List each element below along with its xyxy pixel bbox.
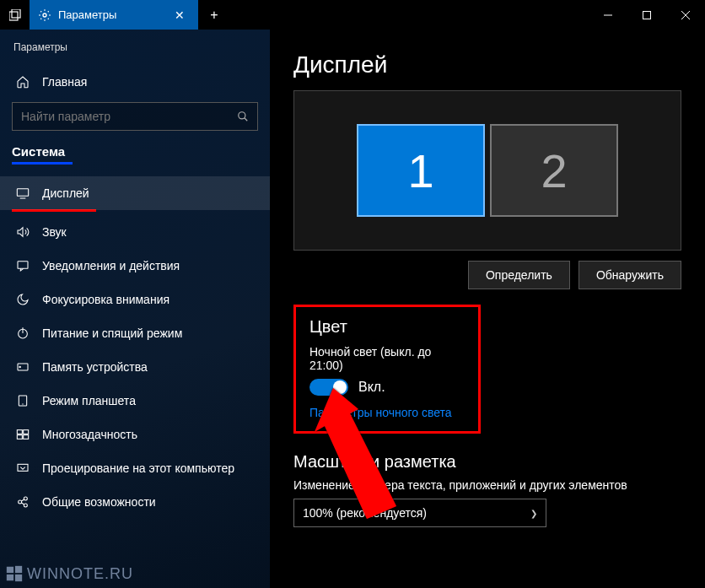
monitor-1[interactable]: 1 (357, 124, 485, 217)
night-light-toggle[interactable] (309, 379, 348, 396)
gear-icon (38, 8, 51, 22)
scale-heading: Масштаб и разметка (293, 452, 681, 472)
nav-label: Питание и спящий режим (42, 326, 182, 340)
search-input[interactable] (12, 102, 258, 131)
discover-button[interactable]: Обнаружить (579, 261, 681, 289)
maximize-button[interactable] (627, 0, 666, 30)
svg-rect-31 (7, 575, 13, 580)
svg-rect-0 (9, 12, 18, 20)
monitor-2[interactable]: 2 (490, 124, 618, 217)
svg-rect-1 (12, 9, 20, 18)
nav-sound[interactable]: Звук (0, 215, 270, 249)
page-title: Дисплей (293, 51, 681, 78)
storage-icon (15, 360, 30, 374)
identify-button[interactable]: Определить (468, 261, 570, 289)
close-window-button[interactable] (666, 0, 705, 30)
svg-point-2 (43, 13, 46, 17)
nav-label: Память устройства (42, 360, 148, 374)
night-light-label: Ночной свет (выкл. до 21:00) (309, 345, 465, 372)
svg-line-27 (21, 499, 24, 501)
nav-tablet[interactable]: Режим планшета (0, 384, 270, 418)
night-light-settings-link[interactable]: Параметры ночного света (309, 406, 465, 419)
watermark: WINNOTE.RU (5, 564, 133, 583)
scale-label: Изменение размера текста, приложений и д… (293, 478, 681, 492)
nav-projecting[interactable]: Проецирование на этот компьютер (0, 451, 270, 485)
toggle-state-label: Вкл. (358, 380, 385, 395)
scale-combobox[interactable]: 100% (рекомендуется) ❯ (293, 499, 546, 527)
search-icon (237, 111, 249, 122)
svg-rect-12 (18, 262, 28, 269)
tablet-icon (15, 394, 30, 407)
sound-icon (15, 225, 30, 239)
tab-settings[interactable]: Параметры ✕ (30, 0, 198, 30)
section-heading-system: Система (0, 139, 270, 160)
svg-line-28 (21, 503, 24, 504)
nav-notifications[interactable]: Уведомления и действия (0, 249, 270, 283)
project-icon (15, 461, 30, 475)
nav-focus[interactable]: Фокусировка внимания (0, 283, 270, 316)
svg-point-7 (239, 112, 245, 119)
nav-shared[interactable]: Общие возможности (0, 485, 270, 519)
svg-point-25 (24, 497, 27, 500)
minimize-button[interactable] (589, 0, 627, 30)
nav-label: Многозадачность (42, 428, 137, 441)
nav-label: Проецирование на этот компьютер (42, 461, 234, 475)
color-heading: Цвет (309, 317, 465, 337)
nav-label: Дисплей (42, 186, 89, 200)
display-icon (15, 186, 30, 200)
svg-marker-11 (18, 228, 23, 237)
nav-home[interactable]: Главная (0, 65, 270, 99)
svg-rect-22 (24, 435, 29, 440)
tab-label: Параметры (58, 8, 116, 21)
watermark-text: WINNOTE.RU (27, 565, 133, 583)
nav-label: Звук (42, 225, 67, 239)
notifications-icon (15, 259, 30, 272)
svg-rect-20 (24, 430, 29, 434)
svg-rect-29 (7, 567, 13, 573)
svg-rect-30 (15, 566, 22, 573)
chevron-down-icon: ❯ (530, 509, 537, 518)
home-icon (15, 75, 30, 89)
nav-display[interactable]: Дисплей (0, 176, 270, 210)
content-pane: Дисплей 1 2 Определить Обнаружить Цвет Н… (270, 30, 705, 588)
titlebar: Параметры ✕ + (0, 0, 705, 30)
sidebar: Параметры Главная Система Дисплей Звук (0, 30, 270, 588)
close-tab-icon[interactable]: ✕ (168, 8, 191, 22)
multitask-icon (15, 428, 30, 441)
svg-rect-19 (17, 430, 22, 434)
svg-point-24 (19, 500, 22, 504)
svg-point-26 (24, 504, 27, 507)
focus-icon (15, 293, 30, 306)
svg-rect-21 (17, 435, 22, 440)
scale-value: 100% (рекомендуется) (303, 506, 427, 520)
windows-logo-icon (5, 564, 24, 583)
power-icon (15, 326, 30, 340)
nav-label: Режим планшета (42, 394, 136, 407)
svg-rect-32 (15, 575, 22, 581)
svg-point-16 (19, 366, 20, 367)
new-tab-button[interactable]: + (198, 0, 230, 30)
annotation-red-box: Цвет Ночной свет (выкл. до 21:00) Вкл. П… (293, 305, 481, 434)
shared-icon (15, 495, 30, 509)
nav-multitask[interactable]: Многозадачность (0, 418, 270, 451)
tabs-overlap-icon[interactable] (0, 0, 30, 30)
nav-storage[interactable]: Память устройства (0, 350, 270, 384)
svg-rect-9 (17, 189, 28, 197)
search-field[interactable] (21, 110, 237, 123)
nav-power[interactable]: Питание и спящий режим (0, 316, 270, 350)
nav-label: Уведомления и действия (42, 259, 180, 272)
svg-rect-23 (18, 464, 28, 471)
nav-label: Общие возможности (42, 495, 156, 509)
nav-home-label: Главная (42, 75, 87, 89)
svg-rect-4 (643, 11, 651, 19)
displays-arrangement[interactable]: 1 2 (293, 90, 681, 251)
nav-label: Фокусировка внимания (42, 293, 170, 306)
svg-line-8 (245, 118, 248, 121)
breadcrumb: Параметры (0, 36, 270, 65)
